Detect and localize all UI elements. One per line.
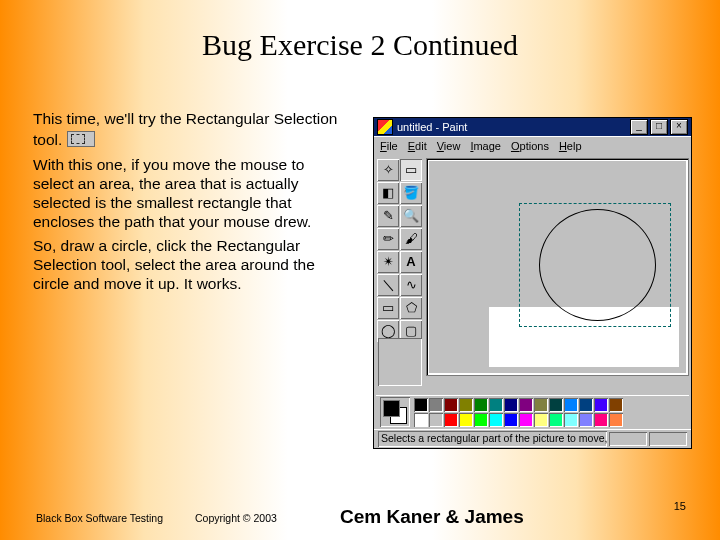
tool-brush-icon[interactable]: 🖌 bbox=[400, 228, 422, 250]
page-number: 15 bbox=[674, 500, 686, 512]
color-swatch[interactable] bbox=[489, 398, 503, 412]
status-bar: Selects a rectangular part of the pictur… bbox=[374, 429, 691, 448]
canvas[interactable] bbox=[426, 158, 689, 376]
color-swatch[interactable] bbox=[594, 398, 608, 412]
tool-curve-icon[interactable]: ∿ bbox=[400, 274, 422, 296]
tool-fill-icon[interactable]: 🪣 bbox=[400, 182, 422, 204]
color-swatch[interactable] bbox=[609, 413, 623, 427]
color-swatch[interactable] bbox=[414, 398, 428, 412]
body-text: This time, we'll try the Rectangular Sel… bbox=[33, 110, 343, 300]
tool-freeform-select-icon[interactable]: ✧ bbox=[377, 159, 399, 181]
titlebar: untitled - Paint _ □ × bbox=[374, 118, 691, 136]
footer-left: Black Box Software Testing bbox=[36, 512, 163, 524]
menu-options[interactable]: Options bbox=[511, 140, 549, 152]
footer-authors: Cem Kaner & James bbox=[340, 506, 524, 528]
status-text: Selects a rectangular part of the pictur… bbox=[378, 431, 607, 447]
paragraph-2: With this one, if you move the mouse to … bbox=[33, 156, 343, 232]
color-swatch[interactable] bbox=[564, 413, 578, 427]
color-swatch[interactable] bbox=[474, 398, 488, 412]
color-swatch[interactable] bbox=[504, 398, 518, 412]
footer-copyright: Copyright © 2003 bbox=[195, 512, 277, 524]
menu-image[interactable]: Image bbox=[470, 140, 501, 152]
color-swatch[interactable] bbox=[429, 398, 443, 412]
color-swatch[interactable] bbox=[549, 398, 563, 412]
paint-window: untitled - Paint _ □ × File Edit View Im… bbox=[373, 117, 692, 449]
status-coords-well bbox=[609, 432, 647, 446]
paint-app-icon bbox=[377, 119, 393, 135]
menu-file[interactable]: File bbox=[380, 140, 398, 152]
color-palette bbox=[376, 395, 689, 428]
tool-picker-icon[interactable]: ✎ bbox=[377, 205, 399, 227]
color-swatch[interactable] bbox=[519, 413, 533, 427]
tool-rect-select-icon[interactable]: ▭ bbox=[400, 159, 422, 181]
color-swatch[interactable] bbox=[474, 413, 488, 427]
color-swatch[interactable] bbox=[429, 413, 443, 427]
color-swatch[interactable] bbox=[579, 398, 593, 412]
minimize-button[interactable]: _ bbox=[630, 119, 648, 135]
color-swatch[interactable] bbox=[444, 413, 458, 427]
tool-magnify-icon[interactable]: 🔍 bbox=[400, 205, 422, 227]
color-swatch[interactable] bbox=[444, 398, 458, 412]
tool-polygon-icon[interactable]: ⬠ bbox=[400, 297, 422, 319]
color-swatch[interactable] bbox=[504, 413, 518, 427]
tool-line-icon[interactable]: ＼ bbox=[377, 274, 399, 296]
paint-body: ✧ ▭ ◧ 🪣 ✎ 🔍 ✏ 🖌 ✴ A ＼ ∿ ▭ ⬠ ◯ ▢ bbox=[374, 156, 691, 448]
color-swatch[interactable] bbox=[459, 398, 473, 412]
tool-eraser-icon[interactable]: ◧ bbox=[377, 182, 399, 204]
canvas-background bbox=[429, 161, 686, 373]
color-swatch[interactable] bbox=[594, 413, 608, 427]
menu-help[interactable]: Help bbox=[559, 140, 582, 152]
toolbox: ✧ ▭ ◧ 🪣 ✎ 🔍 ✏ 🖌 ✴ A ＼ ∿ ▭ ⬠ ◯ ▢ bbox=[376, 158, 424, 343]
paragraph-1: This time, we'll try the Rectangular Sel… bbox=[33, 110, 343, 150]
swatches-grid bbox=[414, 398, 623, 427]
drawn-circle bbox=[539, 209, 656, 321]
foreground-background-well[interactable] bbox=[380, 397, 410, 427]
rect-select-tool-icon bbox=[67, 131, 95, 147]
color-swatch[interactable] bbox=[564, 398, 578, 412]
color-swatch[interactable] bbox=[609, 398, 623, 412]
foreground-color-swatch bbox=[383, 400, 400, 417]
color-swatch[interactable] bbox=[459, 413, 473, 427]
tool-airbrush-icon[interactable]: ✴ bbox=[377, 251, 399, 273]
maximize-button[interactable]: □ bbox=[650, 119, 668, 135]
slide: Bug Exercise 2 Continued This time, we'l… bbox=[0, 0, 720, 540]
window-title: untitled - Paint bbox=[397, 121, 467, 133]
tool-options-well bbox=[378, 338, 422, 386]
slide-title: Bug Exercise 2 Continued bbox=[0, 28, 720, 62]
color-swatch[interactable] bbox=[489, 413, 503, 427]
color-swatch[interactable] bbox=[549, 413, 563, 427]
color-swatch[interactable] bbox=[579, 413, 593, 427]
menu-edit[interactable]: Edit bbox=[408, 140, 427, 152]
color-swatch[interactable] bbox=[519, 398, 533, 412]
close-button[interactable]: × bbox=[670, 119, 688, 135]
tool-text-icon[interactable]: A bbox=[400, 251, 422, 273]
color-swatch[interactable] bbox=[534, 398, 548, 412]
status-size-well bbox=[649, 432, 687, 446]
tool-pencil-icon[interactable]: ✏ bbox=[377, 228, 399, 250]
menu-bar: File Edit View Image Options Help bbox=[374, 136, 691, 155]
color-swatch[interactable] bbox=[534, 413, 548, 427]
tool-rect-icon[interactable]: ▭ bbox=[377, 297, 399, 319]
paragraph-3: So, draw a circle, click the Rectangular… bbox=[33, 237, 343, 294]
menu-view[interactable]: View bbox=[437, 140, 461, 152]
color-swatch[interactable] bbox=[414, 413, 428, 427]
